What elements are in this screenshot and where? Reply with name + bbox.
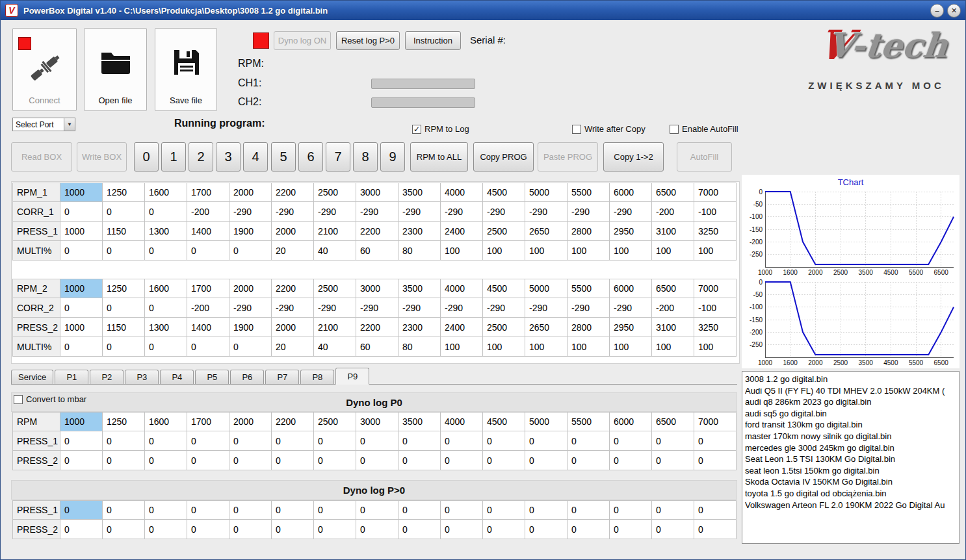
table-cell[interactable]: 2500 bbox=[483, 222, 525, 241]
table-cell[interactable]: 0 bbox=[483, 500, 525, 520]
table-cell[interactable]: 2000 bbox=[272, 318, 314, 337]
table-cell[interactable]: 0 bbox=[60, 337, 103, 357]
table-cell[interactable]: -290 bbox=[229, 298, 272, 318]
table-cell[interactable]: 0 bbox=[272, 520, 314, 539]
convert-to-mbar-checkbox[interactable]: Convert to mbar bbox=[14, 394, 86, 404]
table-cell[interactable]: 0 bbox=[441, 520, 483, 539]
table-cell[interactable]: 0 bbox=[272, 451, 314, 470]
table-cell[interactable]: 0 bbox=[145, 520, 187, 539]
table-cell[interactable]: 0 bbox=[145, 451, 187, 470]
table-cell[interactable]: 2650 bbox=[525, 222, 568, 241]
table-cell[interactable]: 6000 bbox=[610, 183, 652, 202]
table-cell[interactable]: 0 bbox=[694, 451, 737, 470]
table-cell[interactable]: 0 bbox=[398, 520, 441, 539]
table-cell[interactable]: 2000 bbox=[229, 412, 272, 431]
open-file-button[interactable]: Open file bbox=[84, 28, 147, 111]
table-cell[interactable]: 0 bbox=[525, 500, 568, 520]
table-cell[interactable]: 1700 bbox=[187, 183, 229, 202]
table-cell[interactable]: -100 bbox=[694, 298, 737, 318]
read-box-button[interactable]: Read BOX bbox=[11, 142, 72, 172]
autofill-button[interactable]: AutoFill bbox=[677, 142, 732, 172]
table-cell[interactable]: 2650 bbox=[525, 318, 568, 337]
connect-button[interactable]: Connect bbox=[12, 28, 77, 111]
table-cell[interactable]: 3250 bbox=[694, 222, 737, 241]
table-cell[interactable]: 0 bbox=[398, 451, 441, 470]
file-list-item[interactable]: toyota 1.5 go digital od obciążenia.bin bbox=[745, 488, 956, 500]
file-list-item[interactable]: ford transit 130km go digital.bin bbox=[745, 419, 956, 431]
table-cell[interactable]: 5000 bbox=[525, 412, 568, 431]
table-cell[interactable]: 0 bbox=[483, 520, 525, 539]
table-cell[interactable]: 20 bbox=[272, 241, 314, 261]
table-cell[interactable]: 6000 bbox=[610, 279, 652, 298]
table-cell[interactable]: 2950 bbox=[610, 222, 652, 241]
file-list-item[interactable]: 3008 1.2 go digital.bin bbox=[745, 374, 956, 385]
table-cell[interactable]: 0 bbox=[441, 451, 483, 470]
file-list-item[interactable]: Volkswagen Arteon FL 2.0 190KM 2022 Go D… bbox=[745, 500, 956, 511]
table-cell[interactable]: 0 bbox=[103, 431, 145, 451]
table-cell[interactable]: 0 bbox=[441, 500, 483, 520]
table-cell[interactable]: 40 bbox=[314, 337, 356, 357]
table-cell[interactable]: 2200 bbox=[272, 279, 314, 298]
table-cell[interactable]: 5500 bbox=[568, 183, 610, 202]
file-list-item[interactable]: seat leon 1.5tsi 150km go digital.bin bbox=[745, 465, 956, 477]
instruction-button[interactable]: Instruction bbox=[405, 31, 461, 50]
table-cell[interactable]: 2500 bbox=[483, 318, 525, 337]
table-cell[interactable]: 0 bbox=[525, 431, 568, 451]
digit-button-9[interactable]: 9 bbox=[380, 142, 405, 172]
digit-button-6[interactable]: 6 bbox=[298, 142, 323, 172]
table-cell[interactable]: -290 bbox=[356, 298, 398, 318]
table-cell[interactable]: 0 bbox=[229, 520, 272, 539]
table-cell[interactable]: 2500 bbox=[314, 412, 356, 431]
table-cell[interactable]: 0 bbox=[145, 241, 187, 261]
table-cell[interactable]: -290 bbox=[483, 298, 525, 318]
minimize-button[interactable]: – bbox=[930, 4, 944, 18]
table-cell[interactable]: 1700 bbox=[187, 279, 229, 298]
table-cell[interactable]: 1000 bbox=[60, 318, 103, 337]
reset-log-button[interactable]: Reset log P>0 bbox=[336, 31, 400, 50]
table-cell[interactable]: 3250 bbox=[694, 318, 737, 337]
table-cell[interactable]: 6500 bbox=[652, 183, 694, 202]
table-cell[interactable]: 0 bbox=[356, 431, 398, 451]
table-cell[interactable]: -290 bbox=[398, 298, 441, 318]
table-cell[interactable]: 0 bbox=[103, 337, 145, 357]
table-cell[interactable]: 0 bbox=[103, 298, 145, 318]
table-cell[interactable]: -290 bbox=[314, 298, 356, 318]
table-cell[interactable]: 0 bbox=[272, 431, 314, 451]
table-cell[interactable]: 1000 bbox=[60, 279, 103, 298]
table-cell[interactable]: 0 bbox=[610, 500, 652, 520]
table-cell[interactable]: 6000 bbox=[610, 412, 652, 431]
table-cell[interactable]: 1600 bbox=[145, 183, 187, 202]
table-cell[interactable]: 0 bbox=[145, 337, 187, 357]
digit-button-1[interactable]: 1 bbox=[161, 142, 186, 172]
table-cell[interactable]: 0 bbox=[187, 520, 229, 539]
file-list-item[interactable]: audi q8 286km 2023 go digital.bin bbox=[745, 396, 956, 408]
table-cell[interactable]: 0 bbox=[398, 500, 441, 520]
digit-button-4[interactable]: 4 bbox=[243, 142, 268, 172]
table-cell[interactable]: 2400 bbox=[441, 318, 483, 337]
table-cell[interactable]: 0 bbox=[187, 451, 229, 470]
table-cell[interactable]: 1300 bbox=[145, 318, 187, 337]
table-cell[interactable]: 0 bbox=[314, 520, 356, 539]
table-cell[interactable]: 0 bbox=[525, 520, 568, 539]
table-cell[interactable]: 2300 bbox=[398, 318, 441, 337]
table-cell[interactable]: 5000 bbox=[525, 183, 568, 202]
table-cell[interactable]: 0 bbox=[229, 241, 272, 261]
table-cell[interactable]: 2500 bbox=[314, 279, 356, 298]
table-cell[interactable]: 0 bbox=[187, 500, 229, 520]
table-cell[interactable]: 0 bbox=[145, 202, 187, 222]
table-cell[interactable]: 0 bbox=[229, 431, 272, 451]
table-cell[interactable]: 1600 bbox=[145, 279, 187, 298]
table-cell[interactable]: 5000 bbox=[525, 279, 568, 298]
rpm-to-log-checkbox[interactable]: ✓ RPM to Log bbox=[412, 124, 469, 134]
table-cell[interactable]: -290 bbox=[229, 202, 272, 222]
table-cell[interactable]: 1900 bbox=[229, 318, 272, 337]
table-cell[interactable]: 60 bbox=[356, 241, 398, 261]
table-cell[interactable]: 3500 bbox=[398, 412, 441, 431]
table-cell[interactable]: 1400 bbox=[187, 318, 229, 337]
table-cell[interactable]: 0 bbox=[145, 298, 187, 318]
table-cell[interactable]: 100 bbox=[525, 241, 568, 261]
table-cell[interactable]: 4500 bbox=[483, 412, 525, 431]
table-cell[interactable]: 4500 bbox=[483, 279, 525, 298]
table-cell[interactable]: 0 bbox=[103, 520, 145, 539]
tab-p4[interactable]: P4 bbox=[160, 370, 194, 384]
